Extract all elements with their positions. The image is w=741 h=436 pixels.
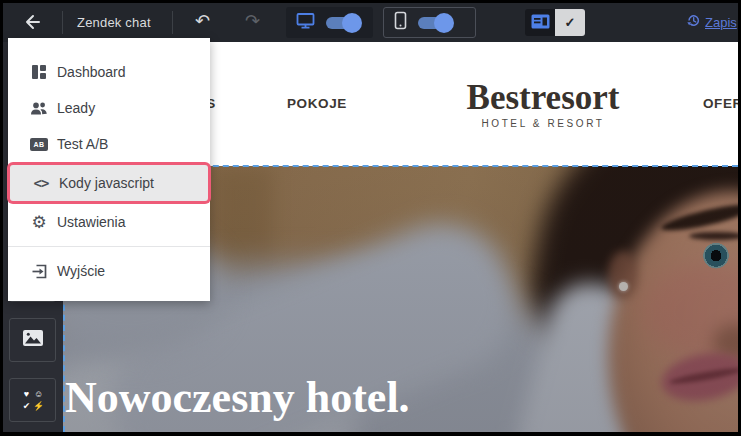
nav-item-pokoje[interactable]: POKOJE — [287, 96, 347, 111]
image-icon — [22, 329, 44, 351]
main-dropdown-menu: Dashboard Leady AB Test A/B <> Kody java… — [8, 38, 210, 301]
layout-view-button[interactable] — [525, 9, 555, 36]
menu-item-kody-javascript[interactable]: <> Kody javascript — [10, 165, 208, 201]
mobile-toggle[interactable] — [418, 17, 452, 29]
save-label: Zapis — [705, 15, 737, 30]
menu-item-label: Ustawienia — [57, 214, 125, 230]
gear-icon: ⚙ — [30, 214, 48, 231]
save-history-link[interactable]: Zapis — [686, 13, 737, 31]
editor-toolbar: Zendek chat ↶ ↷ ✓ — [3, 3, 738, 42]
image-widget-button[interactable] — [9, 318, 56, 362]
toggle-knob — [434, 13, 454, 33]
logo-tagline: HOTEL & RESORT — [467, 118, 620, 129]
menu-item-label: Dashboard — [57, 64, 126, 80]
site-logo[interactable]: Bestresort HOTEL & RESORT — [467, 80, 620, 129]
redo-icon[interactable]: ↷ — [245, 12, 260, 30]
app-window: Zendek chat ↶ ↷ ✓ — [0, 0, 741, 436]
menu-item-label: Test A/B — [57, 136, 108, 152]
menu-item-dashboard[interactable]: Dashboard — [8, 54, 210, 90]
toolbar-divider — [172, 11, 173, 34]
smiley-icon: ☺ — [33, 388, 45, 400]
toggle-knob — [342, 13, 362, 33]
layout-view-icon — [531, 14, 550, 32]
ab-test-icon: AB — [30, 138, 48, 151]
menu-item-test-ab[interactable]: AB Test A/B — [8, 126, 210, 162]
ab-badge-text: AB — [30, 138, 47, 151]
menu-item-leady[interactable]: Leady — [8, 90, 210, 126]
nav-item-oferta[interactable]: OFERTA — [703, 96, 738, 111]
code-glyph-text: <> — [34, 175, 49, 191]
dashboard-icon — [30, 64, 48, 80]
hero-title[interactable]: Nowoczesny hotel. — [65, 376, 410, 420]
code-icon: <> — [32, 175, 50, 191]
desktop-toggle[interactable] — [326, 17, 360, 29]
people-icon — [30, 101, 48, 116]
lightning-icon: ⚡ — [33, 400, 45, 412]
toolbar-divider — [62, 11, 63, 34]
mobile-preview-group — [383, 7, 476, 38]
desktop-monitor-icon — [296, 12, 315, 34]
history-clock-icon — [686, 13, 701, 31]
undo-icon[interactable]: ↶ — [195, 12, 210, 30]
menu-item-ustawienia[interactable]: ⚙ Ustawienia — [8, 204, 210, 240]
menu-item-label: Kody javascript — [59, 175, 154, 191]
menu-item-wyjscie[interactable]: Wyjście — [8, 253, 210, 289]
check-icon: ✓ — [565, 15, 576, 30]
arrow-left-icon — [21, 19, 43, 36]
logout-icon — [30, 263, 48, 280]
app-title: Zendek chat — [77, 15, 151, 30]
menu-divider — [8, 246, 210, 247]
back-button[interactable] — [21, 11, 43, 37]
checklist-view-button[interactable]: ✓ — [555, 9, 585, 36]
logo-text: Bestresort — [467, 80, 620, 116]
gear-glyph-text: ⚙ — [31, 214, 46, 231]
mobile-phone-icon — [394, 11, 407, 34]
icons-set-icon: ♥ ☺ ✔ ⚡ — [21, 388, 45, 412]
heart-icon: ♥ — [21, 388, 33, 400]
check-circle-icon: ✔ — [21, 400, 33, 412]
menu-item-label: Leady — [57, 100, 95, 116]
icons-widget-button[interactable]: ♥ ☺ ✔ ⚡ — [9, 378, 56, 422]
menu-item-label: Wyjście — [57, 263, 105, 279]
desktop-preview-group — [286, 7, 373, 38]
view-mode-switch: ✓ — [525, 9, 585, 36]
